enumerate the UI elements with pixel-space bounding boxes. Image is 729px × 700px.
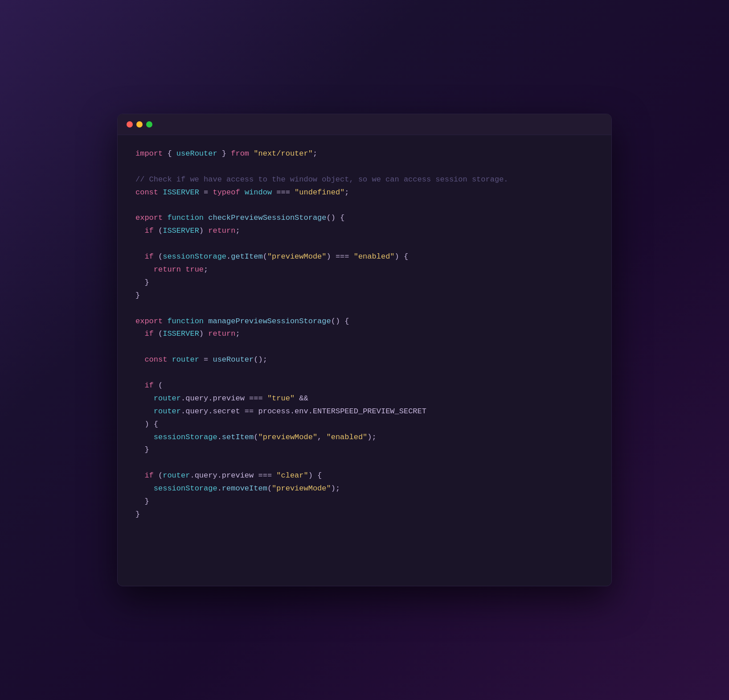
code-blank-1 [135, 161, 594, 173]
code-line-if2: if (sessionStorage.getItem("previewMode"… [135, 251, 594, 264]
titlebar [118, 114, 611, 135]
code-editor-window: import { useRouter } from "next/router";… [117, 114, 612, 586]
code-line-if4-end: } [135, 444, 594, 457]
code-line-removeitem: sessionStorage.removeItem("previewMode")… [135, 482, 594, 495]
code-line-func1: export function checkPreviewSessionStora… [135, 212, 594, 225]
code-line-close2: } [135, 289, 594, 302]
code-line-isserver: const ISSERVER = typeof window === "unde… [135, 186, 594, 199]
code-line-if4-close: ) { [135, 418, 594, 431]
code-content: import { useRouter } from "next/router";… [118, 135, 611, 539]
code-blank-4 [135, 302, 594, 315]
code-line-preview-true: router.query.preview === "true" && [135, 392, 594, 405]
code-line-if5: if (router.query.preview === "clear") { [135, 469, 594, 482]
code-line-comment: // Check if we have access to the window… [135, 173, 594, 186]
code-blank-7 [135, 457, 594, 469]
code-line-return-true: return true; [135, 264, 594, 276]
code-line-if3: if (ISSERVER) return; [135, 328, 594, 341]
maximize-button[interactable] [146, 121, 152, 128]
minimize-button[interactable] [136, 121, 143, 128]
code-blank-5 [135, 341, 594, 354]
code-line-router: const router = useRouter(); [135, 354, 594, 366]
code-line-if4: if ( [135, 379, 594, 392]
code-blank-6 [135, 366, 594, 379]
code-line-secret: router.query.secret == process.env.ENTER… [135, 405, 594, 418]
code-line-func2: export function managePreviewSessionStor… [135, 315, 594, 328]
code-line-1: import { useRouter } from "next/router"; [135, 148, 594, 161]
code-line-func2-end: } [135, 508, 594, 521]
code-line-setitem: sessionStorage.setItem("previewMode", "e… [135, 431, 594, 444]
code-line-if1: if (ISSERVER) return; [135, 225, 594, 238]
code-line-if5-end: } [135, 495, 594, 508]
code-blank-3 [135, 238, 594, 251]
code-blank-2 [135, 199, 594, 212]
close-button[interactable] [127, 121, 133, 128]
code-line-close1: } [135, 276, 594, 289]
